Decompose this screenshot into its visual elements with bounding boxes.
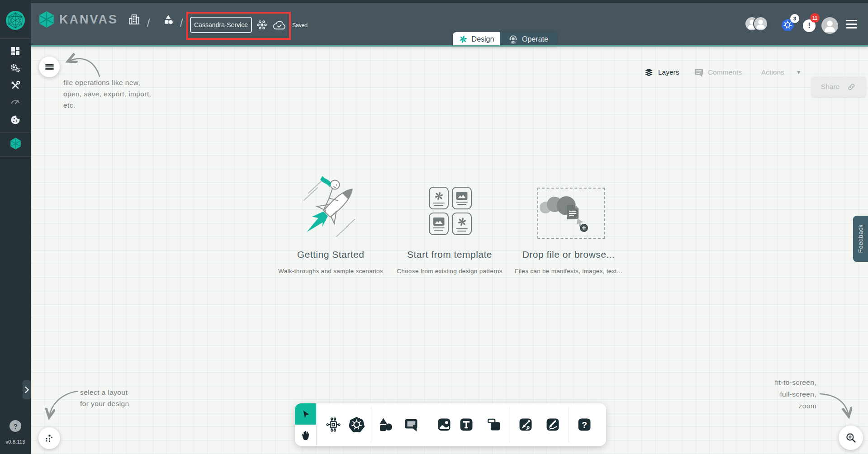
sidebar-divider [0, 156, 31, 157]
component-tool-button[interactable] [324, 416, 342, 434]
pencil-sketch-icon [545, 417, 560, 432]
kanvas-brand[interactable]: KANVAS [38, 11, 118, 28]
image-icon [456, 192, 468, 200]
shapes-tool-button[interactable] [376, 416, 394, 434]
sidebar-item-toolbox[interactable] [0, 80, 31, 91]
frame-tool-button[interactable] [485, 416, 503, 434]
kubernetes-tool-button[interactable] [347, 416, 365, 434]
layers-toggle[interactable]: Layers [644, 63, 679, 81]
profile-avatar[interactable] [821, 17, 838, 34]
organization-button[interactable] [128, 13, 140, 25]
comments-toggle[interactable]: Comments [694, 63, 742, 81]
toolbar-divider [510, 407, 510, 442]
comment-tool-button[interactable] [402, 416, 420, 434]
kubernetes-context-badge[interactable]: 3 [790, 14, 799, 23]
sidebar-item-settings[interactable] [0, 62, 31, 74]
meshery-logo-icon [6, 11, 25, 30]
template-thumbnail [452, 213, 472, 235]
left-sidebar: ? v0.8.113 [0, 0, 31, 454]
card-subtitle: Choose from existing design patterns [382, 268, 517, 274]
exclamation-icon: ! [808, 22, 810, 30]
mode-tabs: Design Operate [453, 32, 557, 47]
feedback-tab[interactable]: Feedback [853, 216, 868, 262]
hand-icon [300, 430, 311, 441]
layers-icon [644, 67, 654, 78]
kanvas-logo-icon [38, 11, 55, 28]
context-count: 3 [793, 16, 796, 21]
toolbox-icon [10, 80, 21, 91]
pointer-tools [295, 403, 317, 446]
sidebar-divider [0, 132, 31, 132]
brand-wordmark: KANVAS [59, 13, 118, 27]
design-canvas[interactable]: file operations like new, open, save, ex… [31, 47, 868, 454]
sidebar-item-catalog[interactable] [0, 114, 31, 125]
comment-icon [694, 67, 704, 77]
magnifier-plus-icon [845, 432, 857, 444]
card-subtitle: Walk-throughs and sample scenarios [263, 268, 398, 274]
sidebar-item-performance[interactable] [0, 96, 31, 107]
actions-dropdown[interactable]: Actions ▼ [761, 63, 802, 81]
card-title: Start from template [382, 249, 517, 260]
sidebar-item-kanvas[interactable] [0, 137, 31, 150]
person-icon [754, 17, 767, 30]
help-glyph: ? [13, 422, 17, 430]
breadcrumb-separator: / [147, 17, 150, 29]
shapes-icon [162, 14, 174, 26]
card-title: Drop file or browse... [501, 249, 636, 260]
select-tool-button[interactable] [295, 403, 316, 425]
text-tool-button[interactable] [457, 416, 475, 434]
layout-button[interactable] [38, 427, 60, 449]
tab-operate[interactable]: Operate [500, 32, 557, 47]
hamburger-icon [846, 27, 857, 28]
pan-tool-button[interactable] [295, 425, 316, 446]
pattern-spiral-icon [434, 191, 444, 201]
feedback-label: Feedback [857, 224, 864, 253]
getting-started-card[interactable]: Getting Started Walk-throughs and sample… [263, 249, 398, 274]
gears-icon [9, 62, 21, 74]
sidebar-item-dashboard[interactable] [0, 46, 31, 57]
window-top-strip [0, 0, 868, 3]
template-thumbnail [429, 187, 449, 209]
help-tool-button[interactable]: ? [575, 416, 593, 434]
header-accent-edge [31, 45, 868, 47]
frame-icon [486, 417, 502, 432]
start-from-template-card[interactable] [429, 187, 472, 235]
sidebar-expand-chevron[interactable] [23, 380, 31, 399]
zoom-button[interactable] [839, 426, 863, 450]
tutorial-highlight-box [186, 12, 291, 40]
operate-headset-icon [508, 35, 518, 44]
actions-label: Actions [761, 68, 784, 76]
help-icon: ? [577, 417, 592, 432]
canvas-toolbar: ? [295, 403, 606, 446]
drop-file-zone[interactable] [537, 188, 605, 239]
start-from-template-text[interactable]: Start from template Choose from existing… [382, 249, 517, 274]
pen-tool-button[interactable] [517, 416, 535, 434]
collaborator-avatar[interactable] [753, 16, 768, 31]
help-button[interactable]: ? [9, 420, 21, 432]
link-icon [847, 82, 856, 92]
cursor-icon [301, 409, 311, 419]
share-button[interactable]: Share [811, 76, 866, 97]
kanvas-app: ? v0.8.113 KANVAS [0, 0, 868, 454]
caret-down-icon: ▼ [796, 69, 802, 76]
drop-file-text[interactable]: Drop file or browse... Files can be mani… [501, 249, 636, 274]
component-icon [325, 416, 342, 433]
getting-started-illustration[interactable] [293, 172, 369, 248]
layers-label: Layers [658, 68, 679, 76]
image-icon [433, 218, 445, 226]
tab-operate-label: Operate [522, 35, 548, 43]
view-controls-annotation: fit-to-screen, full-screen, zoom [744, 377, 816, 412]
template-thumbnail [429, 213, 449, 235]
pattern-spiral-icon [457, 217, 467, 227]
file-operations-annotation: file operations like new, open, save, ex… [63, 77, 151, 111]
header-menu-button[interactable] [846, 20, 857, 31]
catalog-sphere-icon [10, 114, 21, 125]
graph-layout-icon [44, 433, 54, 443]
workspace-button[interactable] [162, 14, 174, 26]
kanvas-hexagon-icon [9, 137, 22, 150]
image-tool-button[interactable] [435, 416, 453, 434]
sketch-tool-button[interactable] [544, 416, 562, 434]
meshery-logo[interactable] [0, 11, 31, 30]
card-title: Getting Started [263, 249, 398, 260]
tab-design[interactable]: Design [453, 32, 500, 47]
